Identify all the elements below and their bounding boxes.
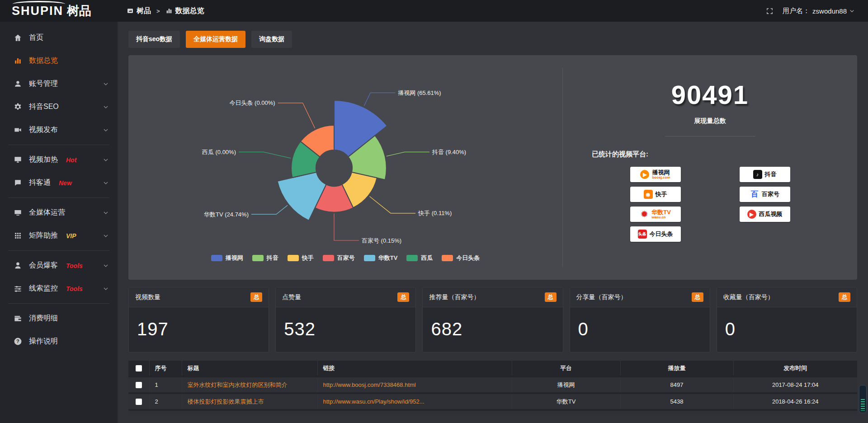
tab-2[interactable]: 询盘数据 bbox=[251, 31, 292, 48]
legend-item-4[interactable]: 华数TV bbox=[364, 254, 398, 262]
platform-sub: wasu.cn bbox=[651, 216, 666, 219]
stat-card-value: 0 bbox=[570, 307, 710, 339]
platforms-title: 已统计的视频平台: bbox=[592, 150, 857, 159]
sidebar-item-label: 全媒体运营 bbox=[29, 208, 65, 217]
pie-label: 华数TV (24.74%) bbox=[204, 211, 249, 218]
platform-badge-boosj[interactable]: ▶播视网boosj.com bbox=[630, 167, 681, 182]
chat-icon bbox=[14, 179, 22, 187]
total-badge[interactable]: 总 bbox=[839, 292, 850, 302]
platform-badge-douyin[interactable]: ♪抖音 bbox=[740, 167, 790, 182]
legend-item-6[interactable]: 今日头条 bbox=[442, 254, 480, 262]
breadcrumb-item-data-overview[interactable]: 数据总览 bbox=[165, 6, 204, 16]
col-header-no: 序号 bbox=[149, 361, 182, 376]
video-title-link[interactable]: 楼体投影灯投影效果震撼上市 bbox=[188, 398, 312, 406]
table-partial-row bbox=[128, 411, 857, 415]
platform-name: 华数TV bbox=[651, 209, 671, 216]
douyin-logo: ♪ bbox=[753, 170, 762, 179]
legend-item-5[interactable]: 西瓜 bbox=[406, 254, 433, 262]
kuaishou-logo: ◉ bbox=[644, 190, 653, 199]
total-badge[interactable]: 总 bbox=[545, 292, 557, 302]
pie-slice-4[interactable] bbox=[278, 172, 326, 221]
video-url-link[interactable]: http://www.boosj.com/7338468.html bbox=[323, 381, 506, 388]
sidebar-item-home[interactable]: 首页 bbox=[0, 26, 118, 49]
chevron-down-icon bbox=[103, 127, 108, 133]
sidebar-item-douketong[interactable]: 抖客通New bbox=[0, 171, 118, 194]
table-row-2: 2楼体投影灯投影效果震撼上市http://www.wasu.cn/Play/sh… bbox=[128, 393, 857, 410]
stat-cards-row: 视频数量总197点赞量总532推荐量（百家号）总682分享量（百家号）总0收藏量… bbox=[128, 287, 857, 352]
cell-time: 2017-08-24 17:04 bbox=[733, 376, 857, 393]
fullscreen-icon[interactable] bbox=[766, 7, 774, 15]
legend-label: 华数TV bbox=[378, 254, 398, 262]
row-checkbox[interactable] bbox=[136, 399, 142, 405]
platform-badge-xigua[interactable]: ▶西瓜视频 bbox=[740, 207, 790, 222]
legend-label: 西瓜 bbox=[421, 254, 433, 262]
sidebar-item-video-heating[interactable]: 视频加热Hot bbox=[0, 148, 118, 171]
bar-chart-icon bbox=[165, 7, 173, 14]
sidebar-divider bbox=[8, 250, 109, 251]
legend-item-2[interactable]: 快手 bbox=[288, 254, 314, 262]
sidebar-item-label: 消费明细 bbox=[29, 314, 58, 323]
sidebar-item-label: 视频加热 bbox=[29, 155, 58, 164]
sidebar-item-operation-guide[interactable]: ?操作说明 bbox=[0, 330, 118, 353]
username-menu[interactable]: 用户名：zswodun88 bbox=[783, 7, 854, 15]
pie-label-line bbox=[387, 152, 429, 156]
table-row-1: 1室外水纹灯和室内水纹灯的区别和简介http://www.boosj.com/7… bbox=[128, 376, 857, 393]
sidebar-item-douyin-seo[interactable]: 抖音SEO bbox=[0, 95, 118, 118]
sidebar-item-label: 抖音SEO bbox=[29, 102, 59, 112]
pie-label-line bbox=[239, 152, 291, 158]
legend-item-0[interactable]: 播视网 bbox=[211, 254, 243, 262]
col-header-link: 链接 bbox=[317, 361, 512, 376]
legend-label: 快手 bbox=[302, 254, 314, 262]
legend-item-3[interactable]: 百家号 bbox=[323, 254, 355, 262]
platform-badge-baijiahao[interactable]: 百百家号 bbox=[740, 187, 790, 202]
cell-plays: 8497 bbox=[620, 376, 733, 393]
pie-label-line bbox=[364, 93, 395, 106]
sidebar-divider bbox=[8, 145, 109, 145]
baijiahao-logo: 百 bbox=[750, 190, 759, 199]
sidebar-item-consumption-details[interactable]: 消费明细 bbox=[0, 307, 118, 330]
cell-no: 1 bbox=[149, 376, 182, 393]
user-icon bbox=[14, 80, 22, 88]
platform-badge-kuaishou[interactable]: ◉快手 bbox=[630, 187, 681, 202]
sidebar-item-label: 矩阵助推 bbox=[29, 231, 58, 240]
sidebar-divider bbox=[8, 197, 109, 198]
total-badge[interactable]: 总 bbox=[250, 292, 262, 302]
sidebar-menu: 首页数据总览账号管理抖音SEO视频发布视频加热Hot抖客通New全媒体运营矩阵助… bbox=[0, 26, 118, 353]
sidebar-item-label: 首页 bbox=[29, 33, 43, 42]
col-header-time: 发布时间 bbox=[733, 361, 857, 376]
breadcrumb-item-shupin[interactable]: 树品 bbox=[127, 6, 151, 16]
total-badge[interactable]: 总 bbox=[692, 292, 703, 302]
video-title-link[interactable]: 室外水纹灯和室内水纹灯的区别和简介 bbox=[188, 381, 312, 389]
pie-label: 快手 (0.11%) bbox=[418, 210, 452, 216]
question-icon: ? bbox=[14, 337, 22, 346]
sidebar-item-badge: Tools bbox=[66, 285, 83, 292]
sidebar-item-account-management[interactable]: 账号管理 bbox=[0, 72, 118, 95]
legend-swatch bbox=[211, 255, 222, 261]
tab-0[interactable]: 抖音seo数据 bbox=[128, 31, 180, 48]
legend-label: 抖音 bbox=[267, 254, 278, 262]
platform-badge-wasu[interactable]: ✹华数TVwasu.cn bbox=[630, 207, 681, 222]
sidebar-item-omnimedia-operation[interactable]: 全媒体运营 bbox=[0, 201, 118, 224]
floating-widget[interactable] bbox=[859, 385, 867, 413]
person-icon bbox=[14, 261, 22, 270]
stat-card-1: 点赞量总532 bbox=[275, 287, 416, 352]
sidebar-item-clue-monitoring[interactable]: 线索监控Tools bbox=[0, 277, 118, 300]
platform-badge-toutiao[interactable]: 头条今日头条 bbox=[630, 226, 681, 242]
sidebar-item-matrix-boost[interactable]: 矩阵助推VIP bbox=[0, 224, 118, 247]
legend-item-1[interactable]: 抖音 bbox=[252, 254, 278, 262]
cell-platform: 播视网 bbox=[512, 376, 620, 393]
sidebar-item-data-overview[interactable]: 数据总览 bbox=[0, 49, 118, 72]
row-checkbox[interactable] bbox=[136, 382, 142, 388]
platform-name: 抖音 bbox=[765, 171, 777, 178]
sidebar-item-label: 操作说明 bbox=[29, 337, 58, 346]
app-logo[interactable]: SHUPIN 树品 bbox=[0, 0, 118, 22]
select-all-checkbox[interactable] bbox=[136, 365, 142, 371]
pie-label: 播视网 (65.61%) bbox=[398, 89, 441, 96]
chevron-down-icon bbox=[103, 263, 108, 268]
sidebar-item-video-publish[interactable]: 视频发布 bbox=[0, 118, 118, 141]
total-badge[interactable]: 总 bbox=[397, 292, 409, 302]
sidebar-item-member-baoke[interactable]: 会员爆客Tools bbox=[0, 254, 118, 277]
platform-grid: ▶播视网boosj.com◉快手✹华数TVwasu.cn头条今日头条♪抖音百百家… bbox=[563, 167, 857, 242]
video-url-link[interactable]: http://www.wasu.cn/Play/show/id/952... bbox=[323, 398, 506, 405]
tab-1[interactable]: 全媒体运营数据 bbox=[186, 31, 245, 48]
